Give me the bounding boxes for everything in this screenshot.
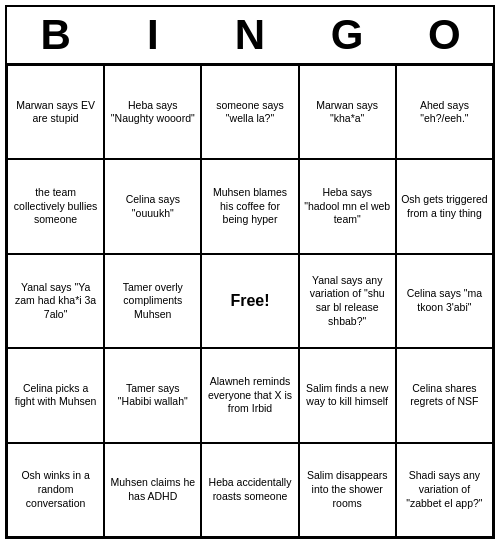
bingo-header: B I N G O <box>7 7 493 65</box>
bingo-cell-0[interactable]: Marwan says EV are stupid <box>7 65 104 159</box>
bingo-cell-8[interactable]: Heba says "hadool mn el web team" <box>299 159 396 253</box>
bingo-cell-5[interactable]: the team collectively bullies someone <box>7 159 104 253</box>
bingo-cell-2[interactable]: someone says "wella la?" <box>201 65 298 159</box>
bingo-cell-15[interactable]: Celina picks a fight with Muhsen <box>7 348 104 442</box>
bingo-cell-18[interactable]: Salim finds a new way to kill himself <box>299 348 396 442</box>
bingo-cell-19[interactable]: Celina shares regrets of NSF <box>396 348 493 442</box>
bingo-grid: Marwan says EV are stupidHeba says "Naug… <box>7 65 493 537</box>
bingo-cell-17[interactable]: Alawneh reminds everyone that X is from … <box>201 348 298 442</box>
bingo-cell-14[interactable]: Celina says "ma tkoon 3'abi" <box>396 254 493 348</box>
bingo-cell-1[interactable]: Heba says "Naughty wooord" <box>104 65 201 159</box>
letter-n: N <box>205 11 295 59</box>
bingo-cell-9[interactable]: Osh gets triggered from a tiny thing <box>396 159 493 253</box>
bingo-card: B I N G O Marwan says EV are stupidHeba … <box>5 5 495 539</box>
bingo-cell-12[interactable]: Free! <box>201 254 298 348</box>
letter-b: B <box>11 11 101 59</box>
letter-i: I <box>108 11 198 59</box>
bingo-cell-11[interactable]: Tamer overly compliments Muhsen <box>104 254 201 348</box>
letter-g: G <box>302 11 392 59</box>
bingo-cell-20[interactable]: Osh winks in a random conversation <box>7 443 104 537</box>
bingo-cell-13[interactable]: Yanal says any variation of "shu sar bl … <box>299 254 396 348</box>
bingo-cell-3[interactable]: Marwan says "kha*a" <box>299 65 396 159</box>
bingo-cell-7[interactable]: Muhsen blames his coffee for being hyper <box>201 159 298 253</box>
bingo-cell-23[interactable]: Salim disappears into the shower rooms <box>299 443 396 537</box>
bingo-cell-24[interactable]: Shadi says any variation of "zabbet el a… <box>396 443 493 537</box>
bingo-cell-10[interactable]: Yanal says "Ya zam had kha*i 3a 7alo" <box>7 254 104 348</box>
bingo-cell-22[interactable]: Heba accidentally roasts someone <box>201 443 298 537</box>
bingo-cell-16[interactable]: Tamer says "Habibi wallah" <box>104 348 201 442</box>
bingo-cell-6[interactable]: Celina says "ouuukh" <box>104 159 201 253</box>
letter-o: O <box>399 11 489 59</box>
bingo-cell-4[interactable]: Ahed says "eh?/eeh." <box>396 65 493 159</box>
bingo-cell-21[interactable]: Muhsen claims he has ADHD <box>104 443 201 537</box>
